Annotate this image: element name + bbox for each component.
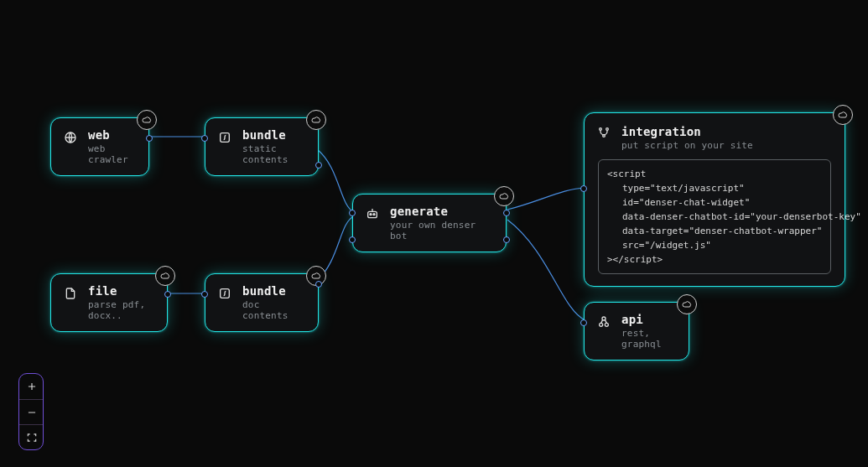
svg-rect-3 <box>368 211 377 217</box>
port-in[interactable] <box>349 210 356 216</box>
port-out[interactable] <box>503 210 510 216</box>
node-generate[interactable]: generate your own denser bot <box>352 194 507 252</box>
port-out[interactable] <box>315 281 322 288</box>
port-out[interactable] <box>164 291 171 298</box>
node-title: generate <box>390 205 492 218</box>
port-in[interactable] <box>349 236 356 243</box>
port-out[interactable] <box>315 162 322 169</box>
node-api[interactable]: api rest, graphql <box>584 302 689 361</box>
cloud-icon <box>137 110 157 130</box>
svg-point-7 <box>606 128 609 131</box>
code-snippet: <script type="text/javascript"id="denser… <box>598 159 831 274</box>
zoom-out-button[interactable] <box>19 399 44 424</box>
node-sub: your own denser bot <box>390 220 492 241</box>
zoom-controls <box>18 373 44 450</box>
node-sub: rest, graphql <box>621 328 675 350</box>
node-title: web <box>88 128 135 142</box>
node-title: integration <box>621 125 831 138</box>
function-icon <box>217 286 232 301</box>
function-icon <box>217 130 232 145</box>
node-sub: parse pdf, docx.. <box>88 299 153 321</box>
cloud-icon <box>494 186 514 206</box>
cloud-icon <box>155 266 175 286</box>
port-out[interactable] <box>503 236 510 243</box>
merge-icon <box>596 125 611 140</box>
diagram-canvas[interactable]: web web crawler bundle static contents f… <box>0 0 868 467</box>
cloud-icon <box>306 110 326 130</box>
node-title: bundle <box>242 284 304 298</box>
robot-icon <box>365 206 380 221</box>
svg-point-5 <box>373 214 375 215</box>
node-bundle-doc[interactable]: bundle doc contents <box>205 273 319 332</box>
node-sub: doc contents <box>242 299 304 321</box>
port-in[interactable] <box>580 185 587 192</box>
svg-point-9 <box>600 323 603 326</box>
node-sub: web crawler <box>88 143 135 165</box>
port-in[interactable] <box>201 135 208 142</box>
node-file[interactable]: file parse pdf, docx.. <box>50 273 168 332</box>
svg-point-10 <box>605 323 608 326</box>
node-bundle-static[interactable]: bundle static contents <box>205 117 319 176</box>
node-integration[interactable]: integration put script on your site <scr… <box>584 112 845 287</box>
port-in[interactable] <box>580 319 587 326</box>
node-sub: put script on your site <box>621 140 831 151</box>
zoom-in-button[interactable] <box>19 374 44 399</box>
node-sub: static contents <box>242 143 304 165</box>
node-web[interactable]: web web crawler <box>50 117 149 176</box>
cloud-icon <box>833 105 853 125</box>
file-icon <box>63 286 78 301</box>
node-title: file <box>88 284 153 298</box>
svg-point-6 <box>600 128 602 131</box>
fit-view-button[interactable] <box>19 424 44 449</box>
node-title: bundle <box>242 128 304 142</box>
globe-icon <box>63 130 78 145</box>
port-out[interactable] <box>146 135 153 142</box>
port-in[interactable] <box>201 291 208 298</box>
svg-point-4 <box>370 214 372 215</box>
cloud-icon <box>677 294 697 314</box>
webhook-icon <box>596 314 611 329</box>
node-title: api <box>621 313 675 326</box>
